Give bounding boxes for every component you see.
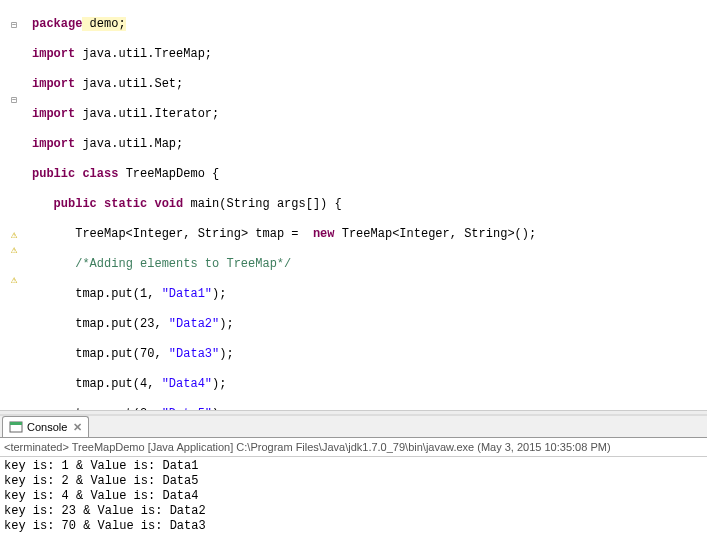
warning-icon[interactable]: ⚠ [0, 227, 28, 242]
method-sig: main(String args[]) [190, 197, 327, 211]
console-icon [9, 420, 23, 434]
console-status: <terminated> TreeMapDemo [Java Applicati… [0, 438, 707, 457]
keyword: static [104, 197, 147, 211]
close-icon[interactable]: ✕ [73, 421, 82, 434]
warning-icon[interactable]: ⚠ [0, 272, 28, 287]
editor-gutter: ⊟ ⊟ ⚠ ⚠ ⚠ [0, 0, 28, 410]
code-text[interactable]: package demo; import java.util.TreeMap; … [28, 0, 707, 410]
type: Integer [133, 227, 183, 241]
tab-console[interactable]: Console ✕ [2, 416, 89, 437]
keyword: import [32, 137, 75, 151]
console-output[interactable]: key is: 1 & Value is: Data1 key is: 2 & … [0, 457, 707, 536]
import-path: java.util.Map [82, 137, 176, 151]
string: "Data3" [169, 347, 219, 361]
arg: 4 [140, 377, 147, 391]
string: "Data1" [162, 287, 212, 301]
keyword: new [313, 227, 335, 241]
type: String [464, 227, 507, 241]
var: tmap [255, 227, 284, 241]
keyword: import [32, 107, 75, 121]
code-editor[interactable]: ⊟ ⊟ ⚠ ⚠ ⚠ package demo; import java.util… [0, 0, 707, 410]
svg-rect-1 [10, 422, 22, 425]
collapse-icon[interactable]: ⊟ [0, 17, 28, 32]
keyword: import [32, 47, 75, 61]
keyword: package [32, 17, 82, 31]
keyword: public [54, 197, 97, 211]
type: Integer [399, 227, 449, 241]
arg: 1 [140, 287, 147, 301]
string: "Data4" [162, 377, 212, 391]
collapse-icon[interactable]: ⊟ [0, 92, 28, 107]
type: String [198, 227, 241, 241]
string: "Data5" [162, 407, 212, 410]
output-line: key is: 4 & Value is: Data4 [4, 489, 703, 504]
output-line: key is: 70 & Value is: Data3 [4, 519, 703, 534]
keyword: import [32, 77, 75, 91]
keyword: public [32, 167, 75, 181]
import-path: java.util.Iterator [82, 107, 212, 121]
output-line: key is: 1 & Value is: Data1 [4, 459, 703, 474]
arg: 70 [140, 347, 154, 361]
arg: 23 [140, 317, 154, 331]
console-tab-bar: Console ✕ [0, 416, 707, 438]
import-path: java.util.Set [82, 77, 176, 91]
comment: /*Adding elements to TreeMap*/ [75, 257, 291, 271]
keyword: void [154, 197, 183, 211]
keyword: class [82, 167, 118, 181]
string: "Data2" [169, 317, 219, 331]
console-tab-label: Console [27, 421, 67, 433]
output-line: key is: 23 & Value is: Data2 [4, 504, 703, 519]
arg: 2 [140, 407, 147, 410]
package-name: demo; [82, 17, 125, 31]
class-name: TreeMapDemo [126, 167, 205, 181]
warning-icon[interactable]: ⚠ [0, 242, 28, 257]
output-line: key is: 2 & Value is: Data5 [4, 474, 703, 489]
import-path: java.util.TreeMap [82, 47, 204, 61]
